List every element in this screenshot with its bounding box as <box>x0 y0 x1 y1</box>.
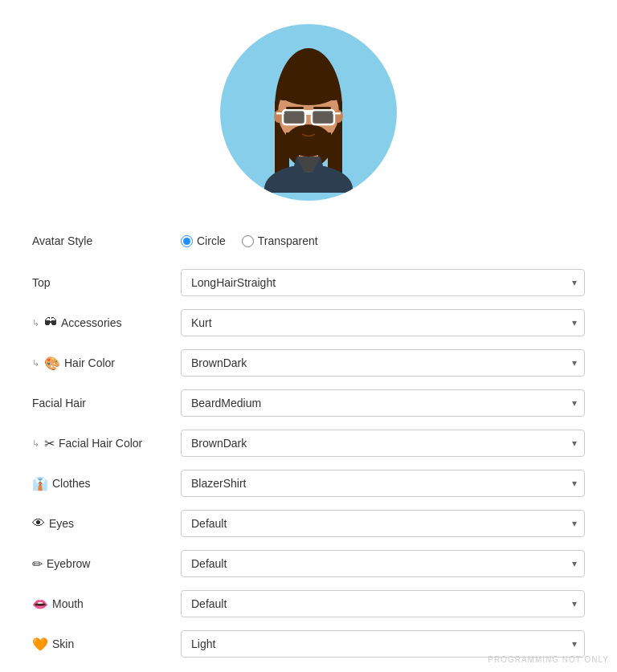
radio-circle-label: Circle <box>197 234 226 247</box>
select-top[interactable]: LongHairStraightShortHairShortFlatShortH… <box>181 269 585 296</box>
control-row-accessories: ↳🕶AccessoriesKurtBlankPrescription01Roun… <box>32 305 585 340</box>
select-wrapper-facial-hair: BeardMediumBlankBeardLightBeardMajesticM… <box>181 389 585 417</box>
avatar-style-row: Avatar Style Circle Transparent <box>32 225 585 257</box>
svg-rect-24 <box>333 112 341 115</box>
select-wrapper-eyes: DefaultCloseCryDizzyEyeRollHappyHeartsSi… <box>181 510 585 537</box>
select-hair-color[interactable]: BrownDarkBrownBlackBlondeRedAuburnBlonde… <box>181 349 585 377</box>
select-facial-hair-color[interactable]: BrownDarkBrownBlackBlondeRedAuburnBlonde… <box>181 430 585 457</box>
input-wrapper-clothes: BlazerShirtBlazerSweaterCollarSweaterGra… <box>181 470 585 497</box>
svg-rect-25 <box>286 107 304 109</box>
controls-section: Avatar Style Circle Transparent TopLongH… <box>0 217 617 672</box>
select-wrapper-mouth: DefaultConcernedDisbeliefEatingGrimaceSa… <box>181 590 585 617</box>
controls-container: TopLongHairStraightShortHairShortFlatSho… <box>32 265 585 662</box>
label-text-top: Top <box>32 276 51 289</box>
avatar-svg <box>228 32 389 193</box>
label-mouth: 👄Mouth <box>32 597 181 612</box>
control-row-eyes: 👁EyesDefaultCloseCryDizzyEyeRollHappyHea… <box>32 506 585 541</box>
label-text-facial-hair-color: Facial Hair Color <box>59 437 142 450</box>
radio-circle-input[interactable] <box>181 235 193 247</box>
radio-transparent-label: Transparent <box>258 234 318 247</box>
label-eyes: 👁Eyes <box>32 516 181 531</box>
select-wrapper-clothes: BlazerShirtBlazerSweaterCollarSweaterGra… <box>181 470 585 497</box>
svg-point-16 <box>297 129 320 139</box>
select-skin[interactable]: LightTannedYellowPaleGoldBrownDarkBrownB… <box>181 630 585 658</box>
input-wrapper-skin: LightTannedYellowPaleGoldBrownDarkBrownB… <box>181 630 585 658</box>
select-wrapper-eyebrow: DefaultAngryAngryNaturalDefaultNaturalFl… <box>181 550 585 577</box>
control-row-eyebrow: ✏EyebrowDefaultAngryAngryNaturalDefaultN… <box>32 546 585 581</box>
icon-eyes: 👁 <box>32 516 45 531</box>
select-wrapper-accessories: KurtBlankPrescription01RoundSunglassesWa… <box>181 309 585 336</box>
input-wrapper-eyebrow: DefaultAngryAngryNaturalDefaultNaturalFl… <box>181 550 585 577</box>
radio-transparent[interactable]: Transparent <box>242 234 318 247</box>
label-text-clothes: Clothes <box>52 477 90 490</box>
control-row-facial-hair: Facial HairBeardMediumBlankBeardLightBea… <box>32 385 585 421</box>
label-accessories: ↳🕶Accessories <box>32 316 181 330</box>
sub-arrow-hair-color: ↳ <box>32 358 39 369</box>
label-facial-hair: Facial Hair <box>32 397 181 409</box>
icon-skin: 🧡 <box>32 637 48 652</box>
label-text-facial-hair: Facial Hair <box>32 397 86 409</box>
label-top: Top <box>32 276 181 289</box>
label-eyebrow: ✏Eyebrow <box>32 556 181 572</box>
icon-mouth: 👄 <box>32 597 48 612</box>
input-wrapper-facial-hair-color: BrownDarkBrownBlackBlondeRedAuburnBlonde… <box>181 430 585 457</box>
icon-accessories: 🕶 <box>44 316 57 330</box>
control-row-top: TopLongHairStraightShortHairShortFlatSho… <box>32 265 585 300</box>
input-wrapper-accessories: KurtBlankPrescription01RoundSunglassesWa… <box>181 309 585 336</box>
control-row-mouth: 👄MouthDefaultConcernedDisbeliefEatingGri… <box>32 586 585 621</box>
svg-rect-26 <box>313 107 331 109</box>
select-eyes[interactable]: DefaultCloseCryDizzyEyeRollHappyHeartsSi… <box>181 510 585 537</box>
control-row-facial-hair-color: ↳✂Facial Hair ColorBrownDarkBrownBlackBl… <box>32 426 585 461</box>
icon-eyebrow: ✏ <box>32 556 43 572</box>
input-wrapper-eyes: DefaultCloseCryDizzyEyeRollHappyHeartsSi… <box>181 510 585 537</box>
avatar-preview <box>220 24 397 201</box>
select-wrapper-hair-color: BrownDarkBrownBlackBlondeRedAuburnBlonde… <box>181 349 585 377</box>
svg-rect-11 <box>278 84 339 100</box>
label-text-accessories: Accessories <box>61 316 121 329</box>
avatar-style-radio-group: Circle Transparent <box>181 234 318 247</box>
label-text-hair-color: Hair Color <box>64 356 115 369</box>
select-clothes[interactable]: BlazerShirtBlazerSweaterCollarSweaterGra… <box>181 470 585 497</box>
input-wrapper-hair-color: BrownDarkBrownBlackBlondeRedAuburnBlonde… <box>181 349 585 377</box>
select-wrapper-top: LongHairStraightShortHairShortFlatShortH… <box>181 269 585 296</box>
watermark: PROGRAMMING NOT ONLY <box>488 655 609 664</box>
input-wrapper-mouth: DefaultConcernedDisbeliefEatingGrimaceSa… <box>181 590 585 617</box>
avatar-section <box>0 0 617 217</box>
radio-transparent-input[interactable] <box>242 235 254 247</box>
select-wrapper-facial-hair-color: BrownDarkBrownBlackBlondeRedAuburnBlonde… <box>181 430 585 457</box>
select-accessories[interactable]: KurtBlankPrescription01RoundSunglassesWa… <box>181 309 585 336</box>
select-mouth[interactable]: DefaultConcernedDisbeliefEatingGrimaceSa… <box>181 590 585 617</box>
sub-arrow-facial-hair-color: ↳ <box>32 438 39 449</box>
icon-facial-hair-color: ✂ <box>44 436 55 451</box>
select-wrapper-skin: LightTannedYellowPaleGoldBrownDarkBrownB… <box>181 630 585 658</box>
avatar-style-label: Avatar Style <box>32 234 181 247</box>
label-skin: 🧡Skin <box>32 637 181 652</box>
radio-circle[interactable]: Circle <box>181 234 226 247</box>
svg-rect-18 <box>283 110 305 124</box>
label-text-mouth: Mouth <box>52 597 84 610</box>
control-row-clothes: 👔ClothesBlazerShirtBlazerSweaterCollarSw… <box>32 466 585 501</box>
label-hair-color: ↳🎨Hair Color <box>32 356 181 371</box>
label-clothes: 👔Clothes <box>32 476 181 491</box>
sub-arrow-accessories: ↳ <box>32 318 39 328</box>
label-facial-hair-color: ↳✂Facial Hair Color <box>32 436 181 451</box>
input-wrapper-top: LongHairStraightShortHairShortFlatShortH… <box>181 269 585 296</box>
svg-rect-19 <box>312 110 334 124</box>
label-text-eyebrow: Eyebrow <box>47 557 90 570</box>
svg-rect-23 <box>276 112 284 115</box>
control-row-hair-color: ↳🎨Hair ColorBrownDarkBrownBlackBlondeRed… <box>32 345 585 381</box>
icon-hair-color: 🎨 <box>44 356 60 371</box>
label-text-eyes: Eyes <box>49 517 74 530</box>
select-eyebrow[interactable]: DefaultAngryAngryNaturalDefaultNaturalFl… <box>181 550 585 577</box>
input-wrapper-facial-hair: BeardMediumBlankBeardLightBeardMajesticM… <box>181 389 585 417</box>
icon-clothes: 👔 <box>32 476 48 491</box>
label-text-skin: Skin <box>52 637 74 650</box>
select-facial-hair[interactable]: BeardMediumBlankBeardLightBeardMajesticM… <box>181 389 585 417</box>
